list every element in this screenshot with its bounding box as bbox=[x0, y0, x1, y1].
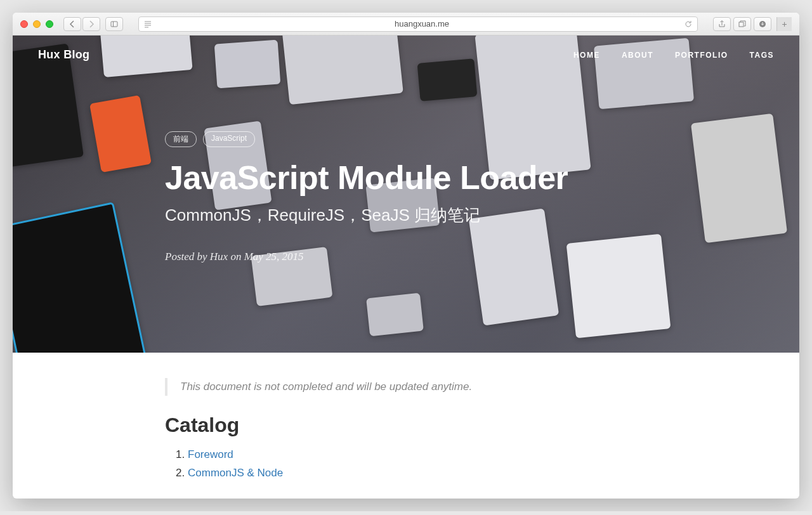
share-button[interactable] bbox=[713, 17, 731, 31]
browser-window: huangxuan.me + bbox=[13, 13, 799, 499]
nav-links: HOME ABOUT PORTFOLIO TAGS bbox=[573, 51, 774, 60]
close-window-button[interactable] bbox=[20, 20, 28, 28]
article-note: This document is not completed and will … bbox=[165, 378, 622, 396]
url-bar[interactable]: huangxuan.me bbox=[138, 16, 698, 32]
hero-decor bbox=[366, 293, 424, 337]
reader-mode-icon[interactable] bbox=[144, 20, 152, 28]
article-body: This document is not completed and will … bbox=[13, 353, 622, 483]
post-title: JavaScript Module Loader bbox=[165, 159, 622, 197]
hero-section: Hux Blog HOME ABOUT PORTFOLIO TAGS 前端 Ja… bbox=[13, 36, 799, 353]
sidebar-icon bbox=[110, 20, 118, 28]
catalog-list: Foreword CommonJS & Node bbox=[165, 446, 622, 483]
catalog-item: Foreword bbox=[188, 446, 622, 464]
catalog-heading: Catalog bbox=[165, 414, 622, 437]
svg-rect-0 bbox=[111, 22, 117, 27]
forward-button[interactable] bbox=[82, 17, 100, 31]
chevron-right-icon bbox=[88, 20, 95, 28]
url-text: huangxuan.me bbox=[152, 19, 692, 29]
svg-rect-2 bbox=[739, 22, 743, 27]
post-subtitle: CommonJS，RequireJS，SeaJS 归纳笔记 bbox=[165, 204, 622, 226]
plus-icon: + bbox=[782, 19, 787, 29]
post-tags: 前端 JavaScript bbox=[165, 131, 622, 147]
right-toolbar: + bbox=[713, 17, 792, 31]
catalog-link-foreword[interactable]: Foreword bbox=[188, 448, 233, 460]
nav-link-tags[interactable]: TAGS bbox=[750, 51, 774, 60]
sidebar-toggle-button[interactable] bbox=[105, 17, 123, 31]
page-content: Hux Blog HOME ABOUT PORTFOLIO TAGS 前端 Ja… bbox=[13, 36, 799, 499]
post-meta: Posted by Hux on May 25, 2015 bbox=[165, 251, 622, 263]
back-button[interactable] bbox=[63, 17, 81, 31]
downloads-button[interactable] bbox=[754, 17, 771, 31]
tabs-icon bbox=[738, 20, 746, 28]
reload-button[interactable] bbox=[684, 20, 692, 28]
site-navbar: Hux Blog HOME ABOUT PORTFOLIO TAGS bbox=[13, 36, 799, 74]
share-icon bbox=[718, 20, 726, 28]
window-controls bbox=[20, 20, 53, 28]
catalog-item: CommonJS & Node bbox=[188, 464, 622, 483]
maximize-window-button[interactable] bbox=[46, 20, 53, 28]
reload-icon bbox=[684, 20, 692, 28]
minimize-window-button[interactable] bbox=[33, 20, 41, 28]
catalog-link-commonjs[interactable]: CommonJS & Node bbox=[188, 467, 283, 479]
nav-link-portfolio[interactable]: PORTFOLIO bbox=[675, 51, 728, 60]
download-icon bbox=[759, 20, 766, 28]
tag-pill[interactable]: JavaScript bbox=[203, 131, 255, 147]
nav-link-about[interactable]: ABOUT bbox=[622, 51, 653, 60]
hero-body: 前端 JavaScript JavaScript Module Loader C… bbox=[13, 74, 622, 263]
chevron-left-icon bbox=[69, 20, 76, 28]
nav-back-forward bbox=[63, 17, 100, 31]
tag-pill[interactable]: 前端 bbox=[165, 131, 197, 147]
site-brand[interactable]: Hux Blog bbox=[38, 48, 89, 62]
nav-link-home[interactable]: HOME bbox=[573, 51, 600, 60]
new-tab-button[interactable]: + bbox=[776, 17, 792, 31]
titlebar: huangxuan.me + bbox=[13, 13, 799, 36]
tabs-button[interactable] bbox=[733, 17, 751, 31]
